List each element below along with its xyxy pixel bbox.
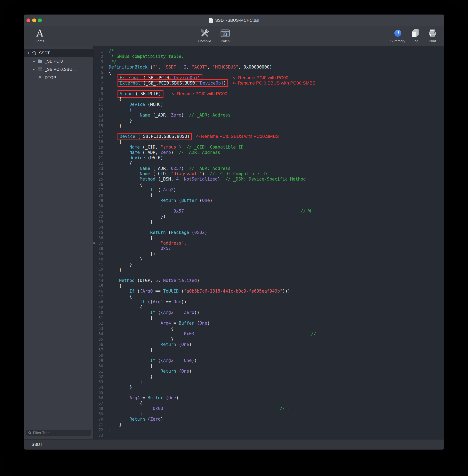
- line-number: 23: [93, 166, 103, 171]
- line-number: 68: [93, 406, 103, 411]
- line-number: 21: [93, 155, 103, 161]
- editor[interactable]: 1234567891011121314151617181920212223242…: [93, 46, 444, 439]
- code-line: [109, 224, 444, 230]
- code-line: }): [109, 214, 444, 219]
- sidebar-item-dtgp[interactable]: DTGP: [24, 74, 93, 82]
- home-icon: [31, 50, 37, 56]
- rename-annotation: <- Rename PCI0 with PC00: [172, 91, 227, 96]
- chevron-right-icon[interactable]: ▶: [33, 60, 37, 63]
- ssdt-tree: ▼ SSDT ▶ _SB.PCI0: [24, 46, 93, 82]
- status-text: SSDT: [31, 442, 43, 447]
- line-number: 17: [93, 134, 103, 139]
- compile-button[interactable]: Compile: [195, 28, 214, 43]
- chevron-right-icon[interactable]: ▶: [33, 68, 37, 71]
- code-line: }: [109, 337, 444, 342]
- code-area: /* * SMBus compatibility table. */Defini…: [105, 46, 444, 439]
- code-line: [109, 353, 444, 358]
- fonts-button[interactable]: A Fonts: [31, 28, 48, 43]
- line-number: 19: [93, 144, 103, 150]
- line-number: 27: [93, 187, 103, 193]
- code-line: {: [109, 182, 444, 187]
- code-line: Device (DVL0): [109, 155, 444, 161]
- line-number: 7: [93, 80, 103, 86]
- line-number: 2: [93, 54, 103, 59]
- code-line: }: [109, 262, 444, 267]
- rename-annotation: <- Rename PCI0.SBUS with PC00.SMBS: [232, 80, 315, 86]
- code-line: [109, 390, 444, 395]
- print-label: Print: [429, 39, 436, 43]
- line-number: 24: [93, 171, 103, 177]
- line-number: 12: [93, 107, 103, 112]
- line-number: 45: [93, 283, 103, 288]
- print-button[interactable]: Print: [426, 28, 439, 43]
- code-line: Method (DTGP, 5, NotSerialized): [109, 278, 444, 283]
- code-line: "address",: [109, 240, 444, 246]
- line-number: 13: [93, 112, 103, 118]
- code-line: {: [109, 401, 444, 406]
- code-line: /*: [109, 48, 444, 54]
- compile-icon: [200, 29, 209, 38]
- summary-button[interactable]: i Summary: [390, 28, 405, 43]
- code-line: }: [109, 422, 444, 427]
- line-number: 38: [93, 246, 103, 251]
- code-line: {: [109, 193, 444, 198]
- sidebar: ▼ SSDT ▶ _SB.PCI0: [24, 46, 93, 439]
- rename-highlight-box: External (_SB_.PCI0.SBUS.BUS0, DeviceObj…: [117, 79, 228, 87]
- chevron-down-icon[interactable]: ▼: [27, 51, 31, 55]
- filter-tree-field[interactable]: [26, 430, 91, 436]
- line-number: 14: [93, 118, 103, 123]
- line-number: 6: [93, 75, 103, 80]
- code-line: Name (_CID, "smbus") // _CID: Compatible…: [109, 144, 444, 150]
- line-number: 54: [93, 331, 103, 337]
- code-line: {: [109, 235, 444, 240]
- print-icon: [428, 29, 437, 38]
- line-number: 69: [93, 411, 103, 416]
- line-number: 73: [93, 432, 103, 438]
- code-line: If ((Arg1 == One)): [109, 299, 444, 304]
- line-number: 37: [93, 240, 103, 246]
- filter-tree-input[interactable]: [33, 431, 89, 435]
- log-pages-icon: [411, 29, 420, 38]
- log-button[interactable]: Log: [409, 28, 422, 43]
- code-line: }: [109, 385, 444, 390]
- line-number: 26: [93, 182, 103, 187]
- sidebar-item-label: DTGP: [45, 75, 56, 80]
- code-line: Return (Zero): [109, 416, 444, 422]
- line-number: 32: [93, 214, 103, 219]
- line-number: 18: [93, 139, 103, 144]
- code-line: }: [109, 411, 444, 416]
- titlebar[interactable]: SSDT-SBUS-MCHC.dsl: [24, 15, 444, 26]
- line-number: 31: [93, 208, 103, 214]
- line-number: 50: [93, 310, 103, 315]
- sidebar-item-label: _SB.PCI0: [45, 59, 63, 64]
- code-line: {: [109, 326, 444, 331]
- sidebar-item-ssdt[interactable]: ▼ SSDT: [24, 49, 93, 57]
- code-line: }: [109, 256, 444, 262]
- line-number: 39: [93, 251, 103, 256]
- line-number: 4: [93, 64, 103, 70]
- code-line: If (!Arg2): [109, 187, 444, 193]
- line-number: 29: [93, 198, 103, 203]
- code-line: }: [109, 267, 444, 272]
- code-line: If ((Arg2 == One)): [109, 358, 444, 363]
- code-line: [109, 272, 444, 278]
- line-number: 9: [93, 91, 103, 96]
- patch-label: Patch: [221, 39, 230, 43]
- code-line: {: [109, 363, 444, 369]
- sidebar-item-sb-pci0[interactable]: ▶ _SB.PCI0: [24, 57, 93, 65]
- sidebar-item-sb-pci0-sbus[interactable]: ▶ _SB.PCI0.SBU...: [24, 65, 93, 74]
- line-number: 8: [93, 86, 103, 91]
- line-number: 41: [93, 262, 103, 267]
- toolbar: A Fonts Compile: [24, 26, 444, 46]
- code-line: * SMBus compatibility table.: [109, 54, 444, 59]
- line-number: 61: [93, 369, 103, 374]
- summary-label: Summary: [390, 39, 405, 43]
- line-number: 11: [93, 102, 103, 107]
- document-icon: [209, 18, 213, 23]
- desktop: SSDT-SBUS-MCHC.dsl A Fonts: [0, 0, 468, 476]
- line-number: 65: [93, 390, 103, 395]
- patch-button[interactable]: Patch: [216, 28, 235, 43]
- line-number: 60: [93, 363, 103, 369]
- code-line: [109, 432, 444, 438]
- code-line: {: [109, 304, 444, 310]
